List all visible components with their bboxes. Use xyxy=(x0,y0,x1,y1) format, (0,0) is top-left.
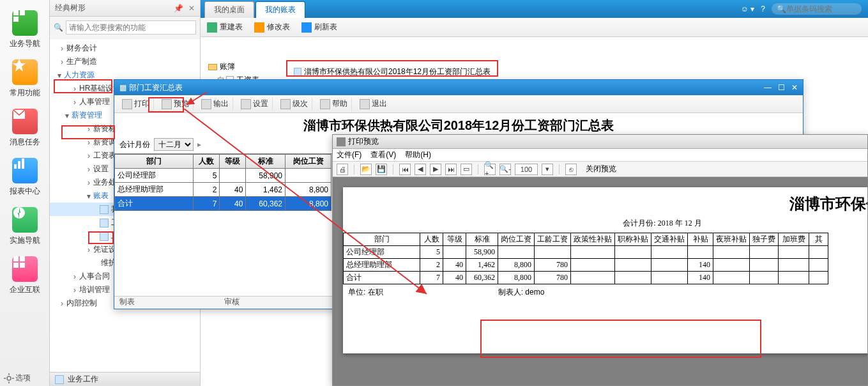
nav-messages[interactable]: 消息任务 xyxy=(0,105,49,154)
multi-page-icon[interactable]: ▭ xyxy=(461,164,472,175)
table-row[interactable]: 总经理助理部2401,4628,800 xyxy=(115,183,331,197)
tree-header: 经典树形 📌 ✕ xyxy=(50,0,200,17)
refresh-button[interactable]: 刷新表 xyxy=(301,22,337,33)
zoom-dropdown-icon[interactable]: ▾ xyxy=(542,164,553,175)
level-icon xyxy=(280,99,291,109)
table-cell: 1,462 xyxy=(246,183,286,197)
table-cell: 2 xyxy=(194,183,220,197)
tree-item-label: 财务会计 xyxy=(66,43,97,54)
modify-button[interactable]: 修改表 xyxy=(254,22,290,33)
nav-favorites[interactable]: 常用功能 xyxy=(0,56,49,105)
caret-icon: › xyxy=(86,245,92,254)
prev-page-icon[interactable]: ◀ xyxy=(415,164,426,175)
preview-button[interactable]: 预览 xyxy=(158,98,194,111)
column-header[interactable]: 部门 xyxy=(115,155,194,169)
table-cell xyxy=(615,246,651,259)
tab-desktop[interactable]: 我的桌面 xyxy=(204,1,254,18)
first-page-icon[interactable]: ⏮ xyxy=(399,164,411,175)
print-tool-icon[interactable]: 🖨 xyxy=(337,164,348,175)
table-cell: 40 xyxy=(443,259,466,272)
nav-business[interactable]: 业务导航 xyxy=(0,6,49,56)
table-cell xyxy=(713,259,750,272)
column-header[interactable]: 岗位工资 xyxy=(286,155,331,169)
dept-window-title: 部门工资汇总表 xyxy=(129,82,183,93)
column-header: 岗位工资 xyxy=(498,233,535,246)
maximize-icon[interactable]: ☐ xyxy=(778,83,785,92)
table-cell xyxy=(779,246,809,259)
table-cell xyxy=(750,272,779,284)
exit-preview-icon[interactable]: ⎋ xyxy=(565,164,577,175)
nav-impl[interactable]: 实施导航 xyxy=(0,203,49,252)
zoom-value[interactable]: 100 xyxy=(515,164,538,175)
modify-icon xyxy=(254,22,264,33)
table-cell: 140 xyxy=(688,272,713,284)
tab-reports[interactable]: 我的账表 xyxy=(255,1,305,18)
level-button[interactable]: 级次 xyxy=(277,98,312,111)
column-header[interactable]: 等级 xyxy=(220,155,246,169)
topbar-search[interactable]: 🔍 xyxy=(772,3,862,15)
save-icon[interactable]: 💾 xyxy=(376,164,387,175)
print-button[interactable]: 打印 xyxy=(118,98,154,111)
dept-window-title-bar[interactable]: ▦ 部门工资汇总表 — ☐ ✕ xyxy=(114,80,803,95)
column-header: 补贴 xyxy=(688,233,713,246)
table-cell: 40 xyxy=(220,197,246,211)
menu-view[interactable]: 查看(V) xyxy=(370,150,396,160)
preview-title-bar[interactable]: 打印预览 xyxy=(333,135,867,149)
menu-help[interactable]: 帮助(H) xyxy=(405,150,431,160)
rebuild-button[interactable]: 重建表 xyxy=(207,22,243,33)
paper-title: 淄博市环保供热有限公司20 xyxy=(343,194,867,214)
table-cell: 合计 xyxy=(344,272,420,284)
tree-search-input[interactable] xyxy=(66,20,196,35)
column-header: 交通补贴 xyxy=(651,233,688,246)
setting-button[interactable]: 设置 xyxy=(237,98,273,111)
tree-item[interactable]: ›生产制造 xyxy=(50,55,200,68)
export-label: 输出 xyxy=(213,98,229,109)
zoom-in-icon[interactable]: 🔍+ xyxy=(484,164,496,175)
paper-unit: 单位: 在职 xyxy=(348,287,383,298)
table-cell xyxy=(615,259,651,272)
export-button[interactable]: 输出 xyxy=(197,98,233,111)
help-button[interactable]: 帮助 xyxy=(316,98,352,111)
svg-rect-1 xyxy=(20,10,25,15)
table-row: 合计74060,3628,800780140 xyxy=(344,272,828,284)
options-button[interactable]: 选项 xyxy=(4,373,31,383)
last-page-icon[interactable]: ⏭ xyxy=(445,164,457,175)
svg-point-15 xyxy=(7,376,11,380)
close-icon[interactable]: ✕ xyxy=(188,4,195,13)
preview-canvas[interactable]: 淄博市环保供热有限公司20 会计月份: 2018 年 12 月 部门人数等级标准… xyxy=(333,177,867,385)
pin-icon[interactable]: 📌 xyxy=(174,4,183,13)
close-preview-button[interactable]: 关闭预览 xyxy=(586,164,616,174)
topbar-search-input[interactable] xyxy=(786,4,857,13)
column-header[interactable]: 标准 xyxy=(246,155,286,169)
nav-enterprise-label: 企业互联 xyxy=(10,284,40,295)
help-icon[interactable]: ? xyxy=(761,4,765,13)
nav-business-label: 业务导航 xyxy=(10,38,40,49)
minimize-icon[interactable]: — xyxy=(764,83,772,92)
table-row[interactable]: 公司经理部558,900 xyxy=(115,169,331,183)
zoom-out-icon[interactable]: 🔍- xyxy=(499,164,511,175)
exit-label: 退出 xyxy=(372,98,387,109)
table-cell xyxy=(809,259,828,272)
svg-marker-3 xyxy=(13,59,26,72)
exit-button[interactable]: 退出 xyxy=(356,98,391,111)
open-icon[interactable]: 📂 xyxy=(360,164,372,175)
caret-icon: › xyxy=(59,299,65,308)
filter-book-icon[interactable]: ▸ xyxy=(197,140,201,149)
tree-footer[interactable]: 业务工作 xyxy=(50,372,200,386)
nav-reports[interactable]: 报表中心 xyxy=(0,154,49,203)
dept-heading: 淄博市环保供热有限公司2018年12月份工资部门汇总表 xyxy=(114,113,803,135)
printer-icon xyxy=(337,137,346,146)
column-header[interactable]: 人数 xyxy=(194,155,220,169)
help-label: 帮助 xyxy=(332,98,347,109)
smile-icon[interactable]: ☺ ▾ xyxy=(741,4,755,13)
table-row[interactable]: 合计74060,3628,800 xyxy=(115,197,331,211)
table-cell: 7 xyxy=(420,272,443,284)
tree-item[interactable]: ›财务会计 xyxy=(50,42,200,55)
nav-enterprise[interactable]: 企业互联 xyxy=(0,252,49,302)
menu-file[interactable]: 文件(F) xyxy=(337,150,362,160)
footer-make: 制表 xyxy=(119,297,135,309)
month-select[interactable]: 十二月 xyxy=(154,138,194,151)
folder-leaf[interactable]: 淄博市环保供热有限公司2018年12月份工资部门汇总表 xyxy=(204,65,864,79)
next-page-icon[interactable]: ▶ xyxy=(430,164,441,175)
close-icon[interactable]: ✕ xyxy=(791,83,798,92)
